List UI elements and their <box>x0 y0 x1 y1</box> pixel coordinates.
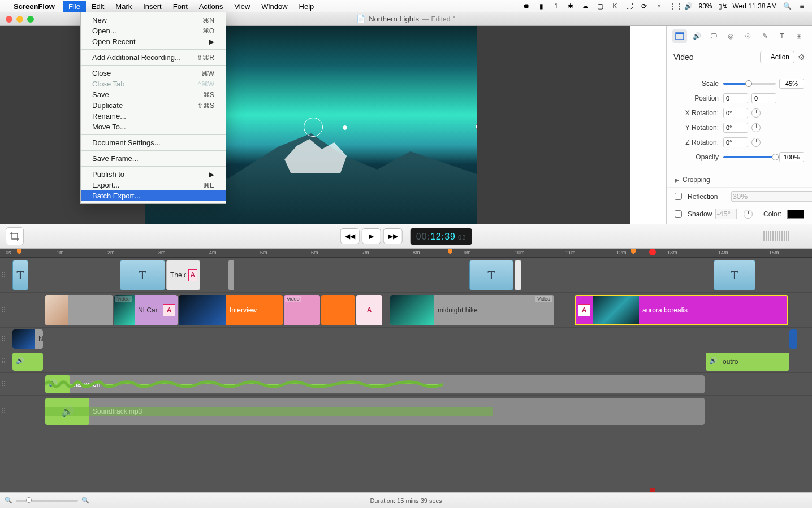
volume-icon[interactable]: 🔊 <box>684 2 693 10</box>
menu-add-recording[interactable]: Add Additional Recording...⇧⌘R <box>81 52 226 63</box>
battery-icon[interactable]: ▯↯ <box>718 2 727 10</box>
cropping-disclosure[interactable]: ▶Cropping <box>667 172 812 187</box>
track-grip[interactable]: ⠿ <box>1 309 6 311</box>
k-icon[interactable]: K <box>610 2 619 10</box>
track-1[interactable]: ⠿ T T The oA T T <box>0 258 812 293</box>
tab-text[interactable]: T <box>775 29 789 43</box>
menu-move-to[interactable]: Move To... <box>81 121 226 132</box>
opacity-slider[interactable] <box>723 156 776 158</box>
app-name[interactable]: ScreenFlow <box>14 2 55 11</box>
video-clip[interactable]: Video <box>284 295 320 325</box>
menu-duplicate[interactable]: Duplicate⇧⌘S <box>81 100 226 111</box>
text-clip[interactable]: T <box>120 260 165 290</box>
menu-open[interactable]: Open...⌘O <box>81 25 226 36</box>
video-clip[interactable] <box>321 295 355 325</box>
audio-clip[interactable]: 🔊 <box>12 353 43 371</box>
audio-clip-narration[interactable]: 🔊 narration <box>45 375 705 393</box>
video-clip-interview[interactable]: Interview <box>179 295 283 325</box>
video-clip-nl[interactable]: VideoNLCarA <box>114 295 178 325</box>
text-clip[interactable]: T <box>714 260 755 290</box>
adobe-icon[interactable]: ▮ <box>537 2 546 10</box>
track-4[interactable]: ⠿ 🔊 🔊outro <box>0 350 812 373</box>
track-5[interactable]: ⠿ 🔊 narration <box>0 373 812 396</box>
tab-annotate[interactable]: ✎ <box>758 29 772 43</box>
timeline-ruler[interactable]: 0s 1m 2m 3m 4m 5m 6m 7m 8m 9m 10m 11m 12… <box>0 249 812 258</box>
crop-button[interactable] <box>6 227 24 245</box>
menu-doc-settings[interactable]: Document Settings... <box>81 137 226 148</box>
menu-batch-export[interactable]: Batch Export... <box>81 190 226 201</box>
menu-window[interactable]: Window <box>256 1 293 12</box>
xrot-value[interactable] <box>723 108 748 118</box>
menu-view[interactable]: View <box>228 1 256 12</box>
zoom-slider[interactable] <box>16 500 78 502</box>
display-icon[interactable]: ⛶ <box>625 2 634 10</box>
audio-clip-outro[interactable]: 🔊outro <box>706 353 789 371</box>
track-grip[interactable]: ⠿ <box>1 361 6 363</box>
shadow-checkbox[interactable] <box>675 210 682 218</box>
video-clip-aurora[interactable]: Aaurora borealis <box>575 295 788 325</box>
zoom-in-icon[interactable]: 🔍 <box>81 497 89 504</box>
playhead[interactable] <box>653 249 653 492</box>
xrot-dial[interactable] <box>751 108 761 118</box>
spotlight-icon[interactable]: 🔍 <box>783 2 792 10</box>
selection-circle[interactable] <box>304 118 323 137</box>
one-icon[interactable]: 1 <box>551 2 560 10</box>
clock[interactable]: Wed 11:38 AM <box>733 2 778 10</box>
edited-indicator[interactable]: — Edited ˅ <box>422 15 456 23</box>
menu-insert[interactable]: Insert <box>137 1 167 12</box>
menu-save-frame[interactable]: Save Frame... <box>81 153 226 164</box>
menu-file[interactable]: File <box>63 1 86 12</box>
track-grip[interactable]: ⠿ <box>1 410 6 413</box>
track-2[interactable]: ⠿ VideoNLCarA Interview Video A midnight… <box>0 293 812 328</box>
audio-clip-soundtrack[interactable]: 🔊 Soundtrack.mp3 <box>45 398 705 425</box>
menu-help[interactable]: Help <box>293 1 320 12</box>
menu-export[interactable]: Export...⌘E <box>81 180 226 190</box>
tab-touch[interactable]: ⦾ <box>741 29 755 43</box>
zrot-dial[interactable] <box>751 138 761 147</box>
reflection-value[interactable] <box>731 191 812 202</box>
evernote-icon[interactable]: ✱ <box>566 2 575 10</box>
scale-slider[interactable] <box>723 83 776 85</box>
position-x[interactable] <box>723 93 748 103</box>
traffic-minimize[interactable] <box>16 16 23 23</box>
cloud-icon[interactable]: ☁ <box>581 2 590 10</box>
annotation-clip[interactable]: A <box>356 295 382 325</box>
bluetooth-icon[interactable]: ᚼ <box>654 2 663 10</box>
yrot-dial[interactable] <box>751 123 761 132</box>
track-3[interactable]: ⠿ N <box>0 328 812 350</box>
gear-icon[interactable]: ⚙ <box>798 53 805 62</box>
shadow-color-swatch[interactable] <box>787 210 804 219</box>
menu-open-recent[interactable]: Open Recent▶ <box>81 36 226 47</box>
text-clip[interactable] <box>515 260 521 290</box>
position-y[interactable] <box>751 93 776 103</box>
shadow-dial[interactable] <box>744 210 753 219</box>
sync-icon[interactable]: ⟳ <box>640 2 649 10</box>
notifications-icon[interactable]: ≡ <box>797 2 806 10</box>
play-button[interactable]: ▶ <box>362 228 381 244</box>
yrot-value[interactable] <box>723 123 748 133</box>
wifi-icon[interactable]: ⋮⋮ <box>669 2 678 10</box>
menu-close[interactable]: Close⌘W <box>81 68 226 79</box>
camera-icon[interactable]: ⏺ <box>522 2 531 10</box>
tab-callout[interactable]: ◎ <box>723 29 738 43</box>
track-grip[interactable]: ⠿ <box>1 383 6 385</box>
resize-handle[interactable] <box>476 124 477 129</box>
marker-icon[interactable] <box>631 249 636 254</box>
tab-audio[interactable]: 🔊 <box>689 29 704 43</box>
traffic-close[interactable] <box>6 16 12 23</box>
selection-handle[interactable] <box>323 127 345 127</box>
forward-button[interactable]: ▶▶ <box>383 228 403 244</box>
text-clip[interactable]: The oA <box>166 260 200 290</box>
menu-font[interactable]: Font <box>167 1 193 12</box>
video-clip-hike[interactable]: midnight hikeVideo <box>390 295 554 325</box>
menu-edit[interactable]: Edit <box>86 1 110 12</box>
text-clip[interactable]: T <box>12 260 28 290</box>
tab-screen[interactable]: 🖵 <box>706 29 721 43</box>
scale-value[interactable] <box>779 79 804 89</box>
video-clip[interactable] <box>45 295 113 325</box>
video-clip[interactable]: N <box>12 329 43 349</box>
menu-new[interactable]: New⌘N <box>81 15 226 25</box>
zrot-value[interactable] <box>723 137 748 147</box>
traffic-zoom[interactable] <box>27 16 34 23</box>
add-action-button[interactable]: + Action <box>760 51 794 63</box>
